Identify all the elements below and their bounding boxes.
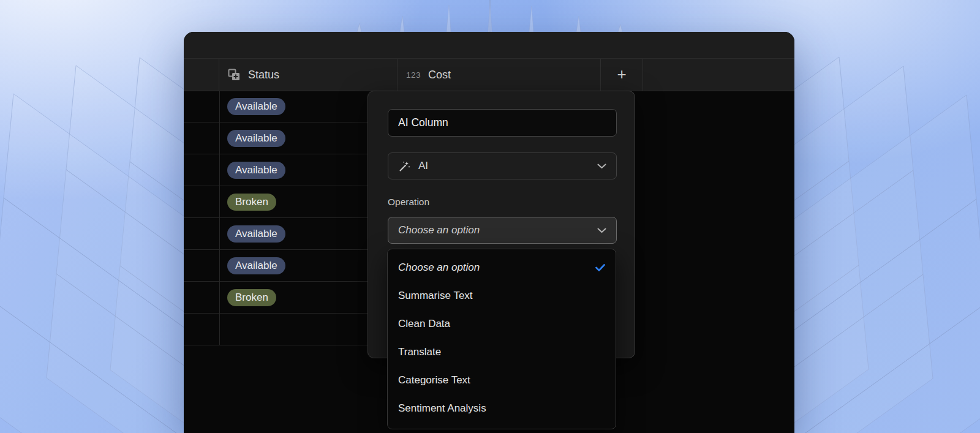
field-add-icon [228, 69, 240, 81]
column-type-select[interactable]: AI [388, 152, 617, 179]
status-badge: Available [227, 162, 285, 179]
dropdown-option[interactable]: Categorise Text [388, 366, 616, 394]
dropdown-option-label: Translate [398, 346, 441, 358]
column-header-cost-label: Cost [428, 69, 451, 81]
status-badge: Available [227, 257, 285, 274]
dropdown-option-label: Categorise Text [398, 374, 470, 386]
app-window: Status 123 Cost + Available Available Av… [184, 32, 794, 433]
column-type-value: AI [418, 160, 428, 172]
dropdown-option[interactable]: Choose an option [388, 254, 616, 282]
status-badge: Broken [227, 194, 276, 211]
add-column-button[interactable]: + [600, 59, 643, 91]
operation-label: Operation [388, 197, 429, 208]
status-badge: Available [227, 130, 285, 147]
table-row[interactable]: Available [184, 250, 397, 282]
row-gutter-header [184, 59, 219, 91]
window-topbar [184, 32, 794, 59]
table-row-empty[interactable] [184, 314, 397, 345]
status-badge: Broken [227, 289, 276, 306]
chevron-down-icon [597, 164, 606, 169]
dropdown-option-label: Summarise Text [398, 290, 473, 302]
table-header-row: Status 123 Cost + [184, 59, 794, 91]
table-row[interactable]: Available [184, 154, 397, 186]
dropdown-option-label: Sentiment Analysis [398, 402, 486, 415]
table-row[interactable]: Available [184, 91, 397, 122]
number-type-icon: 123 [406, 70, 421, 80]
dropdown-option[interactable]: Translate [388, 338, 616, 366]
column-header-status[interactable]: Status [219, 59, 397, 91]
dropdown-option-label: Clean Data [398, 318, 450, 330]
operation-select[interactable]: Choose an option [388, 217, 617, 244]
dropdown-option[interactable]: Sentiment Analysis [388, 394, 616, 423]
column-header-cost[interactable]: 123 Cost [397, 59, 600, 91]
dropdown-option[interactable]: Summarise Text [388, 282, 616, 310]
operation-select-value: Choose an option [398, 224, 480, 236]
check-icon [595, 264, 605, 271]
chevron-down-icon [597, 228, 606, 233]
table-row[interactable]: Broken [184, 282, 397, 314]
header-filler [643, 59, 794, 91]
dropdown-option[interactable]: Clean Data [388, 310, 616, 338]
dropdown-option-label: Choose an option [398, 262, 480, 274]
table-body: Available Available Available Broken Ava… [184, 91, 397, 345]
table-row[interactable]: Available [184, 218, 397, 250]
column-divider [219, 91, 220, 345]
column-name-input[interactable] [388, 109, 617, 137]
table-row[interactable]: Broken [184, 186, 397, 218]
plus-icon: + [617, 66, 626, 82]
column-header-status-label: Status [248, 69, 279, 81]
status-badge: Available [227, 225, 285, 243]
operation-dropdown-list: Choose an option Summarise Text Clean Da… [387, 249, 616, 429]
magic-wand-icon [398, 160, 411, 173]
table-row[interactable]: Available [184, 122, 397, 154]
status-badge: Available [227, 98, 285, 115]
